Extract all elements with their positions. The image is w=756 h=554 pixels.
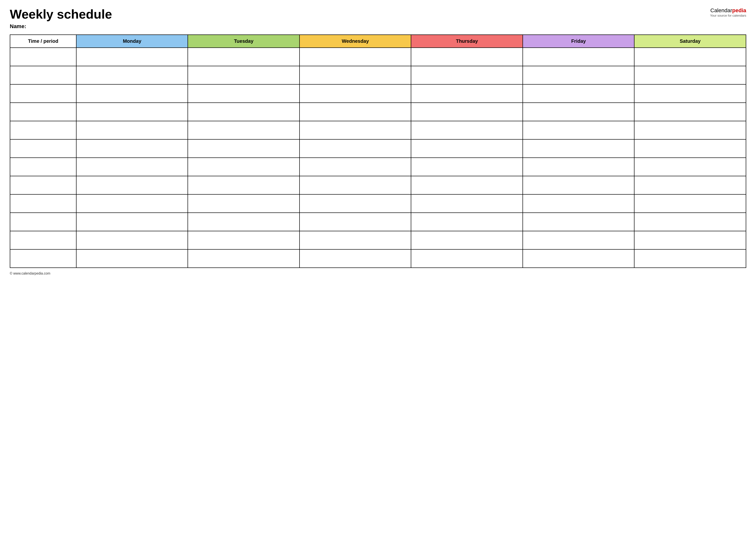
table-cell[interactable] xyxy=(76,103,188,121)
table-cell[interactable] xyxy=(188,176,299,195)
table-cell[interactable] xyxy=(523,231,634,250)
table-cell[interactable] xyxy=(300,195,411,213)
table-cell[interactable] xyxy=(411,121,523,140)
table-cell[interactable] xyxy=(634,66,746,85)
table-cell[interactable] xyxy=(523,250,634,268)
table-cell[interactable] xyxy=(10,103,76,121)
table-cell[interactable] xyxy=(411,231,523,250)
table-cell[interactable] xyxy=(300,250,411,268)
table-cell[interactable] xyxy=(634,103,746,121)
table-cell[interactable] xyxy=(10,140,76,158)
table-cell[interactable] xyxy=(10,158,76,176)
table-cell[interactable] xyxy=(76,231,188,250)
table-cell[interactable] xyxy=(300,213,411,231)
table-cell[interactable] xyxy=(411,250,523,268)
table-cell[interactable] xyxy=(411,66,523,85)
table-cell[interactable] xyxy=(188,103,299,121)
table-cell[interactable] xyxy=(76,158,188,176)
table-cell[interactable] xyxy=(523,103,634,121)
table-cell[interactable] xyxy=(76,121,188,140)
table-cell[interactable] xyxy=(10,195,76,213)
table-cell[interactable] xyxy=(523,66,634,85)
table-cell[interactable] xyxy=(411,85,523,103)
table-cell[interactable] xyxy=(300,66,411,85)
table-cell[interactable] xyxy=(634,121,746,140)
logo-calendar: Calendar xyxy=(710,7,732,13)
table-cell[interactable] xyxy=(10,231,76,250)
table-cell[interactable] xyxy=(411,103,523,121)
table-cell[interactable] xyxy=(76,176,188,195)
table-cell[interactable] xyxy=(76,48,188,66)
table-cell[interactable] xyxy=(411,140,523,158)
table-cell[interactable] xyxy=(634,213,746,231)
table-cell[interactable] xyxy=(634,85,746,103)
table-cell[interactable] xyxy=(76,195,188,213)
table-cell[interactable] xyxy=(300,140,411,158)
table-cell[interactable] xyxy=(523,176,634,195)
table-cell[interactable] xyxy=(10,66,76,85)
table-cell[interactable] xyxy=(411,158,523,176)
table-cell[interactable] xyxy=(300,103,411,121)
table-cell[interactable] xyxy=(188,85,299,103)
table-cell[interactable] xyxy=(10,121,76,140)
table-row xyxy=(10,85,746,103)
table-cell[interactable] xyxy=(634,158,746,176)
table-cell[interactable] xyxy=(188,121,299,140)
table-row xyxy=(10,250,746,268)
table-cell[interactable] xyxy=(523,48,634,66)
table-cell[interactable] xyxy=(634,195,746,213)
table-cell[interactable] xyxy=(188,158,299,176)
table-cell[interactable] xyxy=(523,213,634,231)
table-cell[interactable] xyxy=(411,176,523,195)
table-cell[interactable] xyxy=(523,140,634,158)
table-cell[interactable] xyxy=(300,48,411,66)
table-cell[interactable] xyxy=(300,121,411,140)
table-cell[interactable] xyxy=(10,85,76,103)
table-cell[interactable] xyxy=(300,176,411,195)
table-cell[interactable] xyxy=(188,195,299,213)
table-cell[interactable] xyxy=(188,231,299,250)
col-header-time: Time / period xyxy=(10,35,76,48)
table-cell[interactable] xyxy=(76,140,188,158)
table-cell[interactable] xyxy=(10,213,76,231)
table-cell[interactable] xyxy=(188,66,299,85)
logo-section: Calendarpedia Your source for calendars xyxy=(710,7,746,17)
table-cell[interactable] xyxy=(76,250,188,268)
table-cell[interactable] xyxy=(76,66,188,85)
table-cell[interactable] xyxy=(634,48,746,66)
table-cell[interactable] xyxy=(523,121,634,140)
table-cell[interactable] xyxy=(411,195,523,213)
table-cell[interactable] xyxy=(76,85,188,103)
table-cell[interactable] xyxy=(411,213,523,231)
table-cell[interactable] xyxy=(188,48,299,66)
table-cell[interactable] xyxy=(300,158,411,176)
table-cell[interactable] xyxy=(523,195,634,213)
table-cell[interactable] xyxy=(411,48,523,66)
table-cell[interactable] xyxy=(76,213,188,231)
table-cell[interactable] xyxy=(10,250,76,268)
page-title: Weekly schedule xyxy=(10,7,710,21)
table-cell[interactable] xyxy=(523,85,634,103)
table-row xyxy=(10,195,746,213)
table-cell[interactable] xyxy=(300,231,411,250)
table-cell[interactable] xyxy=(188,250,299,268)
table-cell[interactable] xyxy=(634,176,746,195)
table-row xyxy=(10,140,746,158)
col-header-monday: Monday xyxy=(76,35,188,48)
footer: © www.calendarpedia.com xyxy=(10,271,746,275)
table-cell[interactable] xyxy=(300,85,411,103)
table-cell[interactable] xyxy=(10,48,76,66)
logo-pedia: pedia xyxy=(732,7,746,13)
table-cell[interactable] xyxy=(10,176,76,195)
table-cell[interactable] xyxy=(634,231,746,250)
table-cell[interactable] xyxy=(523,158,634,176)
col-header-thursday: Thursday xyxy=(411,35,523,48)
weekly-schedule-table: Time / period Monday Tuesday Wednesday T… xyxy=(10,35,746,268)
col-header-saturday: Saturday xyxy=(634,35,746,48)
table-cell[interactable] xyxy=(188,140,299,158)
table-row xyxy=(10,66,746,85)
table-cell[interactable] xyxy=(634,140,746,158)
table-cell[interactable] xyxy=(634,250,746,268)
logo-tagline: Your source for calendars xyxy=(710,14,746,17)
table-cell[interactable] xyxy=(188,213,299,231)
